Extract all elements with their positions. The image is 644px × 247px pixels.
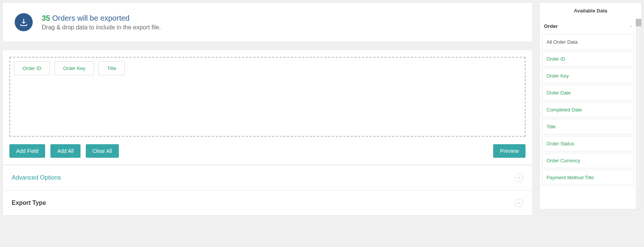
field-chip[interactable]: Title	[99, 61, 125, 75]
export-type-section[interactable]: Export Type	[3, 190, 532, 215]
available-data-item[interactable]: Order Status	[542, 136, 634, 151]
available-data-item[interactable]: Order Key	[542, 68, 634, 84]
advanced-options-section[interactable]: Advanced Options	[3, 165, 532, 190]
available-data-panel: Available Data Order - All Order DataOrd…	[539, 2, 642, 209]
add-field-button[interactable]: Add Field	[9, 144, 45, 158]
available-data-item[interactable]: Payment Method Title	[542, 170, 634, 185]
available-data-item[interactable]: Order Currency	[542, 153, 634, 168]
scrollbar-thumb[interactable]	[636, 19, 641, 26]
export-type-title: Export Type	[12, 200, 46, 206]
scrollbar[interactable]	[636, 19, 641, 209]
export-header: 35 Orders will be exported Drag & drop d…	[2, 2, 533, 42]
available-data-item[interactable]: Order Date	[542, 85, 634, 101]
chevron-down-icon[interactable]	[515, 199, 523, 207]
download-icon	[15, 13, 33, 31]
export-subtitle: Drag & drop data to include in the expor…	[42, 24, 161, 31]
available-data-item[interactable]: Title	[542, 119, 634, 134]
export-title: 35 Orders will be exported	[42, 14, 161, 23]
export-count: 35	[42, 14, 50, 22]
available-data-item[interactable]: Completed Date	[542, 102, 634, 117]
available-data-title: Available Data	[540, 3, 641, 19]
export-title-rest: Orders will be exported	[52, 14, 130, 22]
chevron-down-icon[interactable]	[515, 174, 523, 182]
clear-all-button[interactable]: Clear All	[86, 144, 119, 158]
available-data-item[interactable]: All Order Data	[542, 34, 634, 50]
add-all-button[interactable]: Add All	[50, 144, 80, 158]
builder-card: Order IDOrder KeyTitle Add Field Add All…	[2, 50, 533, 165]
advanced-options-title: Advanced Options	[12, 174, 61, 181]
collapse-icon: -	[630, 23, 632, 29]
preview-button[interactable]: Preview	[493, 144, 526, 158]
group-order-label: Order	[544, 23, 558, 29]
field-chip[interactable]: Order ID	[14, 61, 50, 75]
field-dropzone[interactable]: Order IDOrder KeyTitle	[9, 57, 526, 137]
group-order-header[interactable]: Order -	[542, 19, 634, 33]
field-chip[interactable]: Order Key	[55, 61, 94, 75]
available-data-item[interactable]: Order ID	[542, 51, 634, 67]
